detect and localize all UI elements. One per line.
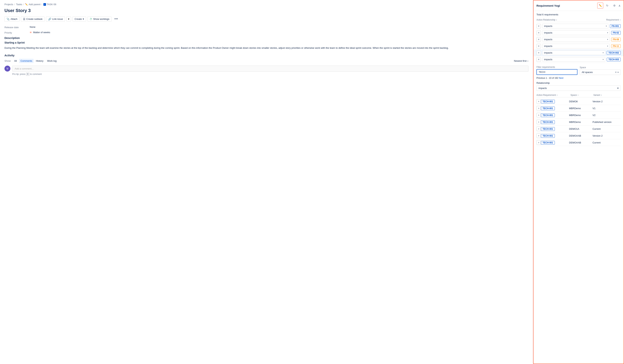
relationship-select[interactable]: impacts ▾ bbox=[542, 24, 608, 28]
result-space: MBRDemo bbox=[569, 107, 593, 110]
relationship-select[interactable]: impacts ▾ bbox=[542, 37, 610, 42]
remove-req-button[interactable]: ✕ bbox=[536, 50, 541, 55]
add-result-button[interactable]: + bbox=[536, 113, 541, 117]
relationship-select[interactable]: impacts ▾ bbox=[542, 30, 610, 35]
col-requirement-header: Requirement ↕ bbox=[600, 19, 621, 21]
chevron-down-icon: ▾ bbox=[606, 25, 607, 27]
req-badge[interactable]: FN-09 bbox=[611, 38, 621, 41]
add-result-button[interactable]: + bbox=[536, 120, 541, 124]
chevron-down-icon: ▾ bbox=[603, 52, 604, 54]
tab-all[interactable]: All bbox=[13, 59, 18, 63]
link-issue-button[interactable]: 🔗 Link issue bbox=[46, 17, 65, 22]
relationship-select[interactable]: impacts ▾ bbox=[542, 50, 605, 55]
create-subtask-button[interactable]: ☰ Create subtask bbox=[21, 17, 45, 22]
breadcrumb-tasks[interactable]: Tasks bbox=[16, 3, 22, 6]
space-label: Space bbox=[580, 66, 621, 69]
result-row: + TECH-001 DEMOAAB Version 2 bbox=[536, 132, 621, 139]
task-icon bbox=[43, 3, 46, 6]
breadcrumb-add-parent[interactable]: ✏️ Add parent bbox=[25, 3, 40, 6]
edit-icon: ✏️ bbox=[25, 3, 28, 6]
req-badge[interactable]: FN-001 bbox=[610, 24, 621, 28]
pro-tip: Pro tip: press M to comment bbox=[12, 73, 528, 75]
toolbar-dropdown-button[interactable]: ▾ bbox=[66, 17, 71, 22]
main-panel: Projects / Tasks / ✏️ Add parent / TASK-… bbox=[0, 0, 533, 364]
result-variant: Version 2 bbox=[593, 100, 621, 103]
add-result-button[interactable]: + bbox=[536, 133, 541, 138]
breadcrumb-sep3: / bbox=[42, 3, 42, 6]
chevron-down-icon: ▾ bbox=[607, 45, 608, 47]
settings-panel-button[interactable]: ⚙ bbox=[611, 2, 617, 8]
collapse-panel-button[interactable]: ∧ bbox=[619, 4, 621, 7]
pagination-next-link[interactable]: Next bbox=[559, 77, 564, 79]
space-filter-group: Space All spaces ✕ ▾ bbox=[580, 66, 621, 75]
result-req-badge[interactable]: TECH-001 bbox=[541, 141, 555, 145]
result-req-badge[interactable]: TECH-001 bbox=[541, 120, 555, 124]
add-result-button[interactable]: + bbox=[536, 106, 541, 110]
remove-req-button[interactable]: ✕ bbox=[536, 57, 541, 62]
result-req-badge[interactable]: TECH-001 bbox=[541, 100, 555, 103]
show-worklogs-button[interactable]: ⏱ Show worklogs bbox=[88, 17, 111, 22]
result-row: + TECH-001 MBRDemo V2 bbox=[536, 112, 621, 119]
refresh-panel-button[interactable]: ↻ bbox=[604, 2, 610, 8]
req-row: ✕ impacts ▾ FN-09 bbox=[536, 36, 621, 43]
remove-req-button[interactable]: ✕ bbox=[536, 24, 541, 28]
clear-icon[interactable]: ✕ bbox=[615, 71, 617, 73]
col-action-header: Action bbox=[536, 19, 543, 21]
req-badge[interactable]: TECH-002 bbox=[607, 51, 621, 55]
result-req-badge[interactable]: TECH-001 bbox=[541, 107, 555, 110]
tab-history[interactable]: History bbox=[34, 59, 45, 63]
relationship-select[interactable]: impacts ▾ bbox=[542, 44, 610, 48]
breadcrumb-projects[interactable]: Projects bbox=[4, 3, 13, 6]
sort-button[interactable]: Newest first ↕ bbox=[514, 59, 528, 62]
attach-button[interactable]: 📎 Attach bbox=[4, 17, 20, 22]
remove-req-button[interactable]: ✕ bbox=[536, 37, 541, 42]
total-requirements-label: Total 6 requirements bbox=[536, 13, 621, 16]
result-row: + TECH-001 DEMOAAB Current bbox=[536, 139, 621, 146]
tab-comments[interactable]: Comments bbox=[19, 59, 34, 63]
req-badge[interactable]: FN-02 bbox=[611, 31, 621, 35]
clock-icon: ⏱ bbox=[90, 18, 92, 21]
filter-input[interactable] bbox=[536, 69, 577, 75]
results-col-variant: Variant ↕ bbox=[593, 94, 621, 96]
description-body: During the Planning Meeting the team wil… bbox=[4, 46, 528, 50]
filter-row: Filter requirements Space All spaces ✕ ▾ bbox=[536, 66, 621, 75]
keyboard-shortcut: M bbox=[26, 73, 29, 76]
tab-worklog[interactable]: Work log bbox=[46, 59, 58, 63]
relationship-section: Relationship impacts ▾ bbox=[536, 82, 621, 91]
relationship-select[interactable]: impacts ▾ bbox=[542, 57, 605, 62]
req-table-header: Action Relationship ↕ Requirement ↕ bbox=[536, 18, 621, 22]
result-req-badge[interactable]: TECH-001 bbox=[541, 113, 555, 117]
results-table: Action Requirement ↕ Space ↕ Variant ↕ +… bbox=[536, 93, 621, 146]
comment-input[interactable]: Add a comment... bbox=[12, 66, 528, 72]
breadcrumb-task-id[interactable]: TASK-56 bbox=[43, 3, 56, 6]
relationship-dropdown[interactable]: impacts ▾ bbox=[536, 85, 621, 91]
panel-header: Requirement Yogi ✏️ ↻ ⚙ ∧ bbox=[533, 0, 624, 11]
remove-req-button[interactable]: ✕ bbox=[536, 44, 541, 48]
breadcrumb: Projects / Tasks / ✏️ Add parent / TASK-… bbox=[4, 3, 528, 6]
req-row-highlighted: ✕ impacts ▾ TECH-002 bbox=[533, 49, 624, 56]
result-req-badge[interactable]: TECH-001 bbox=[541, 134, 555, 138]
activity-tabs: Show: All Comments History Work log Newe… bbox=[4, 59, 528, 63]
description-section: Description Starting a Sprint During the… bbox=[4, 36, 528, 50]
description-sub-heading: Starting a Sprint bbox=[4, 41, 528, 45]
result-variant: V1 bbox=[593, 107, 621, 110]
add-result-button[interactable]: + bbox=[536, 127, 541, 131]
edit-panel-button[interactable]: ✏️ bbox=[597, 2, 603, 8]
results-col-req: Requirement ↕ bbox=[543, 94, 571, 96]
req-badge[interactable]: FN-11 bbox=[611, 44, 621, 48]
result-space: MBRDemo bbox=[569, 121, 593, 123]
chevron-down-icon: ▾ bbox=[607, 38, 608, 40]
add-result-button[interactable]: + bbox=[536, 140, 541, 145]
release-date-field: Release date None bbox=[4, 25, 528, 29]
result-space: DEMOAAB bbox=[569, 141, 593, 144]
remove-req-button[interactable]: ✕ bbox=[536, 31, 541, 35]
result-req-badge[interactable]: TECH-001 bbox=[541, 127, 555, 131]
req-badge[interactable]: TECH-003 bbox=[607, 58, 621, 61]
more-options-button[interactable]: ••• bbox=[113, 16, 119, 22]
space-select[interactable]: All spaces ✕ ▾ bbox=[580, 70, 621, 75]
req-row: ✕ impacts ▾ FN-11 bbox=[536, 43, 621, 49]
breadcrumb-sep2: / bbox=[23, 3, 24, 6]
create-button[interactable]: Create ▾ bbox=[73, 17, 86, 22]
add-result-button[interactable]: + bbox=[536, 99, 541, 104]
description-heading: Description bbox=[4, 36, 528, 40]
